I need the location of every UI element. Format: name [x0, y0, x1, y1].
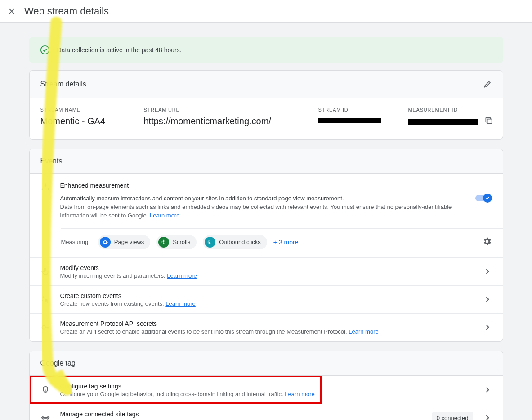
row-api-secrets[interactable]: Measurement Protocol API secrets Create … — [30, 313, 503, 341]
enhanced-learn-more-link[interactable]: Learn more — [150, 212, 179, 219]
stream-details-card: Stream details STREAM NAME Momentic - GA… — [29, 70, 503, 140]
svg-text:g: g — [45, 388, 46, 392]
api-secrets-learn-link[interactable]: Learn more — [349, 328, 378, 335]
gear-icon[interactable] — [482, 240, 492, 248]
row-manage-connected-tags[interactable]: Manage connected site tags Load tags for… — [30, 404, 503, 420]
check-circle-icon — [40, 45, 50, 55]
chevron-right-icon — [483, 295, 492, 304]
measurement-id-label: MEASUREMENT ID — [408, 107, 493, 113]
panel-header: Web stream details — [0, 0, 532, 23]
chevron-right-icon — [483, 413, 492, 420]
status-banner: Data collection is active in the past 48… — [29, 37, 503, 63]
connect-icon — [40, 413, 50, 420]
manage-tags-desc: Load tags for additional properties or p… — [60, 419, 422, 420]
manage-tags-title: Manage connected site tags — [60, 411, 422, 418]
chip-scrolls: Scrolls — [156, 235, 197, 249]
edit-icon[interactable] — [483, 80, 492, 89]
api-secrets-title: Measurement Protocol API secrets — [60, 320, 473, 327]
click-icon — [205, 237, 215, 248]
stream-details-title: Stream details — [40, 80, 86, 88]
api-secrets-desc: Create an API secret to enable additiona… — [60, 328, 473, 335]
measuring-more-link[interactable]: + 3 more — [273, 239, 299, 246]
modify-events-learn-link[interactable]: Learn more — [167, 272, 197, 279]
cursor-sparkle-icon — [40, 294, 50, 304]
scroll-icon — [158, 237, 169, 248]
close-icon[interactable] — [7, 7, 16, 16]
row-create-custom-events[interactable]: Create custom events Create new events f… — [30, 285, 503, 313]
banner-text: Data collection is active in the past 48… — [57, 46, 182, 54]
chevron-right-icon — [483, 323, 492, 332]
configure-tag-desc: Configure your Google tag behavior, incl… — [60, 391, 473, 397]
copy-icon[interactable] — [484, 116, 493, 125]
enhanced-measurement-title: Enhanced measurement — [60, 182, 465, 189]
create-events-title: Create custom events — [60, 292, 473, 299]
measuring-label: Measuring: — [61, 239, 90, 245]
enhanced-measurement-desc1: Automatically measure interactions and c… — [60, 194, 465, 203]
chevron-right-icon — [483, 267, 492, 276]
enhanced-measurement-desc2: Data from on-page elements such as links… — [60, 203, 465, 220]
modify-events-title: Modify events — [60, 264, 473, 271]
stream-id-redacted — [318, 118, 381, 123]
stream-name-label: STREAM NAME — [40, 107, 144, 113]
modify-events-desc: Modify incoming events and parameters. L… — [60, 272, 473, 279]
chip-page-views: Page views — [98, 235, 150, 249]
chip-outbound-clicks: Outbound clicks — [203, 235, 267, 249]
chevron-right-icon — [483, 385, 492, 394]
svg-point-6 — [45, 417, 45, 418]
stream-name-value: Momentic - GA4 — [40, 116, 144, 126]
connected-count-badge: 0 connected — [432, 412, 473, 420]
stream-url-label: STREAM URL — [144, 107, 318, 113]
svg-point-4 — [42, 325, 45, 329]
manage-tags-learn-link[interactable]: Learn more — [286, 419, 315, 420]
touch-icon — [40, 266, 50, 276]
svg-point-0 — [40, 46, 49, 54]
create-events-desc: Create new events from existing events. … — [60, 300, 473, 307]
google-tag-title: Google tag — [30, 351, 503, 376]
page-title: Web stream details — [24, 5, 109, 17]
row-modify-events[interactable]: Modify events Modify incoming events and… — [30, 257, 503, 285]
row-configure-tag-settings[interactable]: g Configure tag settings Configure your … — [30, 376, 503, 404]
stream-url-value: https://momenticmarketing.com/ — [144, 116, 318, 126]
enhanced-measurement-toggle[interactable] — [475, 194, 492, 203]
events-card: Events Enhanced measurement Automaticall… — [29, 149, 503, 342]
eye-icon — [100, 237, 111, 248]
svg-point-8 — [46, 417, 47, 418]
svg-rect-1 — [487, 119, 492, 124]
svg-point-2 — [105, 241, 106, 242]
configure-tag-learn-link[interactable]: Learn more — [285, 391, 314, 397]
configure-tag-title: Configure tag settings — [60, 383, 473, 390]
svg-point-7 — [43, 417, 44, 418]
create-events-learn-link[interactable]: Learn more — [165, 300, 195, 307]
stream-id-label: STREAM ID — [318, 107, 408, 113]
sparkle-icon — [40, 182, 50, 192]
events-title: Events — [30, 149, 503, 174]
tag-icon: g — [40, 385, 50, 395]
key-icon — [40, 322, 50, 332]
google-tag-card: Google tag g Configure tag settings Conf… — [29, 351, 503, 420]
measurement-id-redacted — [408, 119, 478, 125]
